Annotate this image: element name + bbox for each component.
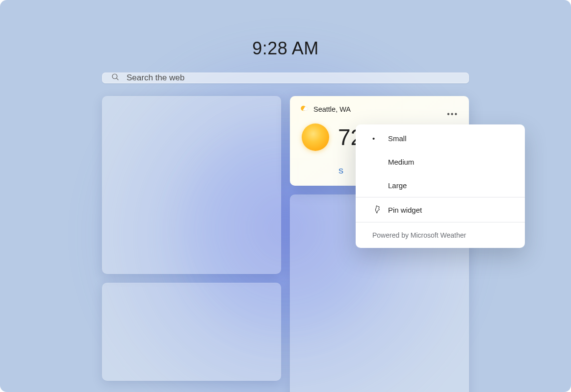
widgets-panel: 9:28 AM S [0, 0, 571, 392]
search-bar[interactable] [102, 73, 469, 83]
search-icon [111, 73, 127, 83]
ellipsis-icon: ••• [447, 110, 458, 118]
menu-footer-text: Powered by Microsoft Weather [356, 222, 525, 248]
pin-icon [372, 205, 388, 215]
widget-placeholder[interactable] [102, 283, 281, 381]
pin-widget-label: Pin widget [388, 206, 422, 214]
pin-widget-button[interactable]: Pin widget [356, 197, 525, 222]
size-option-large[interactable]: Large [356, 173, 525, 197]
search-input[interactable] [127, 73, 460, 83]
size-option-medium[interactable]: Medium [356, 150, 525, 173]
widgets-grid: Seattle, WA ••• 72 S • Small Medium [102, 96, 469, 392]
weather-provider-icon [300, 104, 309, 115]
size-option-label: Medium [388, 158, 414, 166]
svg-line-1 [117, 78, 119, 80]
size-option-label: Small [388, 134, 407, 143]
selected-indicator-icon: • [372, 134, 375, 143]
widget-context-menu: • Small Medium Large Pin widget [356, 124, 525, 248]
weather-details-link[interactable]: S [338, 167, 343, 175]
size-option-label: Large [388, 181, 407, 190]
widget-placeholder[interactable] [102, 96, 281, 274]
clock-text: 9:28 AM [252, 38, 319, 59]
widget-more-button[interactable]: ••• [447, 110, 458, 119]
size-option-small[interactable]: • Small [356, 126, 525, 150]
svg-point-0 [112, 74, 117, 79]
weather-location: Seattle, WA [313, 105, 351, 113]
sun-icon [302, 123, 329, 151]
